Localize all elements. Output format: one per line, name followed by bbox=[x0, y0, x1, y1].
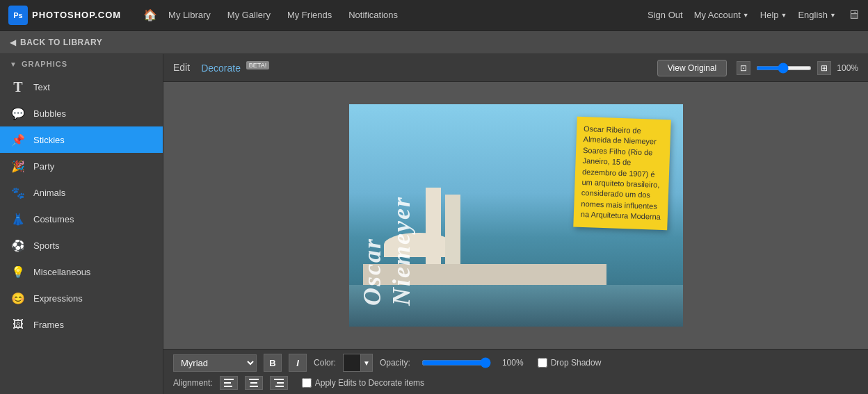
svg-rect-8 bbox=[275, 386, 284, 387]
sticky-note[interactable]: Oscar Ribeiro de Almeida de Niemeyer Soa… bbox=[573, 117, 670, 230]
sidebar-item-miscellaneous-label: Miscellaneous bbox=[33, 267, 90, 277]
zoom-fill-button[interactable]: ⊞ bbox=[817, 61, 831, 75]
nav-right: Sign Out My Account ▼ Help ▼ English ▼ 🖥 bbox=[648, 8, 860, 22]
sidebar-item-text[interactable]: T Text bbox=[0, 74, 163, 100]
bottom-toolbar: Myriad Arial Times New Roman Georgia Ver… bbox=[163, 349, 868, 394]
nav-notifications[interactable]: Notifications bbox=[348, 10, 398, 20]
opacity-slider[interactable] bbox=[421, 357, 491, 368]
top-navigation: Ps PHOTOSHOP.COM 🏠 My Library My Gallery… bbox=[0, 0, 868, 31]
canvas-area: Oscar Niemeyer Oscar Ribeiro de Almeida … bbox=[163, 82, 868, 349]
sidebar-item-sports[interactable]: ⚽ Sports bbox=[0, 232, 163, 258]
nav-my-library[interactable]: My Library bbox=[168, 10, 211, 20]
my-account-arrow: ▼ bbox=[743, 12, 749, 19]
logo-area: Ps PHOTOSHOP.COM bbox=[8, 6, 121, 25]
zoom-slider[interactable] bbox=[756, 66, 812, 70]
help-link[interactable]: Help ▼ bbox=[760, 10, 787, 20]
svg-rect-1 bbox=[224, 382, 231, 384]
svg-rect-7 bbox=[277, 382, 284, 384]
sidebar-item-stickies[interactable]: 📌 Stickies bbox=[0, 126, 163, 153]
canvas-image[interactable]: Oscar Niemeyer Oscar Ribeiro de Almeida … bbox=[349, 104, 683, 327]
back-arrow-icon: ◀ bbox=[10, 38, 16, 47]
apply-edits-checkbox[interactable] bbox=[302, 378, 312, 388]
sidebar-item-costumes-label: Costumes bbox=[33, 214, 74, 224]
sidebar-item-bubbles-label: Bubbles bbox=[33, 108, 66, 119]
zoom-fit-button[interactable]: ⊡ bbox=[737, 61, 750, 75]
sidebar-item-expressions[interactable]: 😊 Expressions bbox=[0, 285, 163, 311]
sidebar-item-expressions-label: Expressions bbox=[33, 293, 83, 304]
sports-icon: ⚽ bbox=[10, 237, 26, 254]
sidebar-item-animals-label: Animals bbox=[33, 188, 65, 198]
edit-tab[interactable]: Edit bbox=[173, 62, 190, 74]
sticky-note-text: Oscar Ribeiro de Almeida de Niemeyer Soa… bbox=[580, 124, 660, 221]
align-center-button[interactable] bbox=[245, 376, 263, 390]
apply-edits-label: Apply Edits to Decorate items bbox=[315, 378, 424, 388]
color-label: Color: bbox=[314, 358, 336, 368]
color-swatch[interactable] bbox=[343, 354, 361, 372]
toolbar-row-1: Myriad Arial Times New Roman Georgia Ver… bbox=[173, 354, 858, 372]
english-link[interactable]: English ▼ bbox=[798, 10, 836, 20]
drop-shadow-label: Drop Shadow bbox=[551, 358, 602, 368]
content-area: Edit Decorate BETA! View Original ⊡ ⊞ 10… bbox=[163, 54, 868, 394]
expressions-icon: 😊 bbox=[10, 290, 26, 306]
nav-links: My Library My Gallery My Friends Notific… bbox=[168, 10, 648, 20]
building-right bbox=[445, 195, 460, 271]
svg-rect-6 bbox=[274, 379, 284, 380]
my-account-link[interactable]: My Account ▼ bbox=[694, 10, 749, 20]
sidebar-item-sports-label: Sports bbox=[33, 240, 60, 251]
home-icon[interactable]: 🏠 bbox=[140, 6, 160, 25]
sidebar-item-animals[interactable]: 🐾 Animals bbox=[0, 179, 163, 206]
svg-rect-4 bbox=[250, 382, 257, 384]
sidebar-item-frames-label: Frames bbox=[33, 320, 64, 330]
costumes-icon: 👗 bbox=[10, 211, 26, 227]
sidebar-item-frames[interactable]: 🖼 Frames bbox=[0, 311, 163, 338]
opacity-label: Opacity: bbox=[380, 358, 410, 368]
apply-edits-container: Apply Edits to Decorate items bbox=[302, 378, 424, 388]
monitor-icon: 🖥 bbox=[847, 8, 860, 22]
sidebar-item-miscellaneous[interactable]: 💡 Miscellaneous bbox=[0, 258, 163, 285]
building-left bbox=[426, 188, 441, 271]
graphics-section-title: GRAPHICS bbox=[22, 60, 67, 68]
nav-my-gallery[interactable]: My Gallery bbox=[227, 10, 271, 20]
sidebar-item-bubbles[interactable]: 💬 Bubbles bbox=[0, 100, 163, 126]
sidebar: ▼ GRAPHICS T Text 💬 Bubbles 📌 Stickies 🎉… bbox=[0, 54, 163, 394]
font-select[interactable]: Myriad Arial Times New Roman Georgia Ver… bbox=[173, 354, 257, 372]
opacity-value: 100% bbox=[502, 358, 524, 368]
sign-out-link[interactable]: Sign Out bbox=[648, 10, 683, 20]
zoom-percentage: 100% bbox=[837, 63, 858, 73]
edit-bar: Edit Decorate BETA! View Original ⊡ ⊞ 10… bbox=[163, 54, 868, 82]
back-bar: ◀ BACK TO LIBRARY bbox=[0, 31, 868, 54]
svg-rect-2 bbox=[224, 386, 232, 387]
italic-button[interactable]: I bbox=[289, 354, 307, 372]
toolbar-row-2: Alignment: Apply Edits to Decorate items bbox=[173, 376, 858, 390]
color-dropdown-button[interactable]: ▼ bbox=[361, 354, 373, 372]
align-left-button[interactable] bbox=[220, 376, 238, 390]
frames-icon: 🖼 bbox=[10, 316, 26, 333]
party-icon: 🎉 bbox=[10, 158, 26, 174]
svg-rect-3 bbox=[249, 379, 259, 380]
back-to-library-link[interactable]: BACK TO LIBRARY bbox=[20, 38, 102, 47]
zoom-controls: ⊡ ⊞ 100% bbox=[737, 61, 858, 75]
align-right-button[interactable] bbox=[270, 376, 288, 390]
view-original-button[interactable]: View Original bbox=[657, 60, 727, 76]
decorate-tab[interactable]: Decorate BETA! bbox=[201, 62, 269, 74]
main-layout: ▼ GRAPHICS T Text 💬 Bubbles 📌 Stickies 🎉… bbox=[0, 54, 868, 394]
svg-rect-5 bbox=[250, 386, 258, 387]
alignment-label: Alignment: bbox=[173, 378, 213, 388]
help-arrow: ▼ bbox=[781, 12, 787, 19]
sidebar-item-party[interactable]: 🎉 Party bbox=[0, 153, 163, 179]
sidebar-item-stickies-label: Stickies bbox=[33, 135, 65, 145]
text-icon: T bbox=[10, 79, 26, 95]
sidebar-item-costumes[interactable]: 👗 Costumes bbox=[0, 206, 163, 232]
bubbles-icon: 💬 bbox=[10, 105, 26, 122]
logo-icon: Ps bbox=[8, 6, 28, 25]
nav-my-friends[interactable]: My Friends bbox=[287, 10, 332, 20]
bold-button[interactable]: B bbox=[264, 354, 282, 372]
graphics-section-header: ▼ GRAPHICS bbox=[0, 54, 163, 74]
drop-shadow-checkbox[interactable] bbox=[538, 358, 547, 368]
collapse-arrow-icon: ▼ bbox=[10, 60, 17, 68]
stickies-icon: 📌 bbox=[10, 131, 26, 148]
svg-rect-0 bbox=[224, 379, 234, 380]
sidebar-item-party-label: Party bbox=[33, 161, 54, 172]
beta-badge: BETA! bbox=[246, 61, 269, 69]
logo-text: PHOTOSHOP.COM bbox=[32, 10, 121, 20]
